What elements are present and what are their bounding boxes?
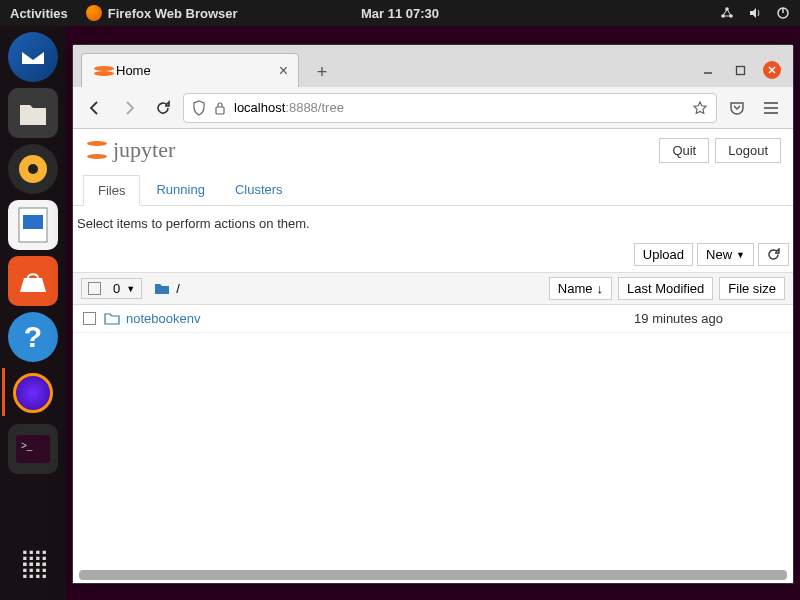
network-icon[interactable] (720, 6, 734, 20)
selection-hint: Select items to perform actions on them. (73, 206, 793, 241)
svg-text:>_: >_ (21, 440, 33, 451)
dock-show-apps[interactable]: ⠿⠿⠿⠿ (8, 542, 58, 592)
arrow-down-icon: ↓ (596, 281, 603, 296)
svg-rect-7 (23, 215, 43, 229)
jupyter-page: jupyter Quit Logout Files Running Cluste… (73, 129, 793, 583)
url-text: localhost:8888/tree (234, 100, 344, 115)
sort-name-button[interactable]: Name ↓ (549, 277, 612, 300)
firefox-window: Home × + (72, 44, 794, 584)
dock-terminal[interactable]: >_ (8, 424, 58, 474)
dock-libreoffice-writer[interactable] (8, 200, 58, 250)
jupyter-tabs: Files Running Clusters (73, 167, 793, 206)
window-close-button[interactable] (763, 61, 781, 79)
new-label: New (706, 247, 732, 262)
active-app-indicator[interactable]: Firefox Web Browser (86, 5, 238, 21)
caret-down-icon: ▼ (126, 284, 135, 294)
tab-running[interactable]: Running (142, 175, 218, 205)
dock-help[interactable]: ? (8, 312, 58, 362)
select-all-checkbox[interactable] (88, 282, 101, 295)
active-app-label: Firefox Web Browser (108, 6, 238, 21)
dock-active-indicator (2, 368, 5, 416)
col-name-label: Name (558, 281, 593, 296)
dock-firefox[interactable] (8, 368, 58, 418)
window-minimize-button[interactable] (699, 61, 717, 79)
breadcrumb-root[interactable]: / (176, 281, 180, 296)
forward-button[interactable] (115, 94, 143, 122)
refresh-button[interactable] (758, 243, 789, 266)
gnome-top-bar: Activities Firefox Web Browser Mar 11 07… (0, 0, 800, 26)
file-row: notebookenv 19 minutes ago (73, 305, 793, 333)
upload-button[interactable]: Upload (634, 243, 693, 266)
tab-close-button[interactable]: × (279, 62, 288, 80)
browser-tab-home[interactable]: Home × (81, 53, 299, 87)
svg-rect-10 (736, 66, 744, 74)
url-bar[interactable]: localhost:8888/tree (183, 93, 717, 123)
shield-icon[interactable] (192, 100, 206, 116)
sort-size-button[interactable]: File size (719, 277, 785, 300)
select-all-control[interactable]: 0 ▼ (81, 278, 142, 299)
browser-toolbar: localhost:8888/tree (73, 87, 793, 129)
tab-files[interactable]: Files (83, 175, 140, 206)
tab-title: Home (116, 63, 151, 78)
quit-button[interactable]: Quit (659, 138, 709, 163)
volume-icon[interactable] (748, 6, 762, 20)
jupyter-action-bar: Upload New ▼ (73, 241, 793, 272)
caret-down-icon: ▼ (736, 250, 745, 260)
lock-icon[interactable] (214, 101, 226, 115)
dock-ubuntu-software[interactable] (8, 256, 58, 306)
tab-bar: Home × + (73, 45, 793, 87)
selected-count: 0 (113, 281, 120, 296)
svg-point-5 (28, 164, 38, 174)
jupyter-logo[interactable]: jupyter (85, 137, 175, 163)
tab-clusters[interactable]: Clusters (221, 175, 297, 205)
sort-modified-button[interactable]: Last Modified (618, 277, 713, 300)
new-dropdown[interactable]: New ▼ (697, 243, 754, 266)
back-button[interactable] (81, 94, 109, 122)
new-tab-button[interactable]: + (307, 57, 337, 87)
folder-icon[interactable] (154, 282, 170, 295)
reload-button[interactable] (149, 94, 177, 122)
row-checkbox[interactable] (83, 312, 96, 325)
horizontal-scrollbar[interactable] (79, 570, 787, 580)
jupyter-logo-icon (85, 138, 109, 162)
power-icon[interactable] (776, 6, 790, 20)
logout-button[interactable]: Logout (715, 138, 781, 163)
firefox-icon (86, 5, 102, 21)
dock-rhythmbox[interactable] (8, 144, 58, 194)
dock: ? >_ ⠿⠿⠿⠿ (0, 26, 66, 600)
dock-thunderbird[interactable] (8, 32, 58, 82)
jupyter-brand-text: jupyter (113, 137, 175, 163)
folder-icon (104, 312, 120, 325)
window-maximize-button[interactable] (731, 61, 749, 79)
file-list-header: 0 ▼ / Name ↓ Last Modified File size (73, 272, 793, 305)
pocket-icon[interactable] (723, 94, 751, 122)
svg-rect-11 (216, 107, 224, 114)
bookmark-star-icon[interactable] (692, 100, 708, 116)
hamburger-menu-icon[interactable] (757, 94, 785, 122)
jupyter-header: jupyter Quit Logout (73, 129, 793, 167)
row-modified: 19 minutes ago (634, 311, 783, 326)
dock-files[interactable] (8, 88, 58, 138)
file-link-notebookenv[interactable]: notebookenv (126, 311, 200, 326)
clock[interactable]: Mar 11 07:30 (361, 6, 439, 21)
jupyter-favicon (92, 63, 108, 79)
activities-button[interactable]: Activities (10, 6, 68, 21)
